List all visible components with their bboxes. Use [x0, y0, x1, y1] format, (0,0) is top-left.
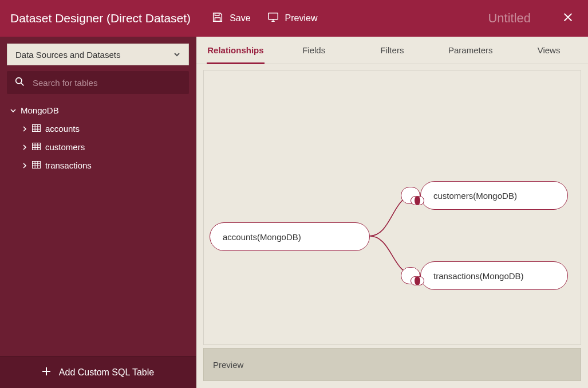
tree-table-transactions[interactable]: transactions: [22, 156, 196, 174]
node-accounts[interactable]: accounts(MongoDB): [210, 222, 370, 251]
preview-button[interactable]: Preview: [267, 11, 318, 26]
chevron-right-icon: [22, 142, 27, 152]
monitor-icon: [267, 11, 279, 26]
add-custom-sql-button[interactable]: Add Custom SQL Table: [0, 356, 196, 388]
node-label: transactions(MongoDB): [433, 271, 524, 281]
tab-label: Views: [538, 45, 561, 55]
svg-point-3: [16, 77, 22, 83]
app-title: Dataset Designer (Direct Dataset): [10, 11, 191, 25]
tab-views[interactable]: Views: [510, 37, 588, 64]
preview-panel-header[interactable]: Preview: [203, 348, 581, 381]
main-panel: Relationships Fields Filters Parameters …: [196, 37, 588, 388]
preview-panel-label: Preview: [213, 360, 243, 370]
search-input[interactable]: [33, 78, 181, 88]
search-input-wrapper[interactable]: [7, 71, 189, 94]
datasource-dropdown[interactable]: Data Sources and Datasets: [7, 44, 189, 65]
svg-rect-2: [268, 13, 278, 19]
tab-bar: Relationships Fields Filters Parameters …: [196, 37, 588, 64]
table-icon: [32, 124, 41, 134]
tab-label: Fields: [302, 45, 325, 55]
join-accounts-transactions[interactable]: [401, 267, 420, 284]
svg-rect-1: [215, 18, 220, 21]
table-icon: [32, 160, 41, 170]
search-icon: [15, 77, 25, 89]
join-accounts-customers[interactable]: [401, 187, 420, 204]
tree-table-label: transactions: [45, 160, 92, 170]
tab-relationships[interactable]: Relationships: [196, 37, 275, 64]
preview-label: Preview: [285, 13, 318, 23]
tab-filters[interactable]: Filters: [353, 37, 432, 64]
sidebar: Data Sources and Datasets MongoDB: [0, 37, 196, 388]
datasource-dropdown-label: Data Sources and Datasets: [15, 50, 120, 60]
chevron-right-icon: [22, 160, 27, 170]
node-label: accounts(MongoDB): [223, 232, 301, 242]
close-button[interactable]: [558, 9, 578, 28]
svg-rect-0: [215, 13, 219, 16]
tree-table-accounts[interactable]: accounts: [22, 119, 196, 138]
tree-table-customers[interactable]: customers: [22, 138, 196, 156]
tree-table-label: customers: [45, 142, 85, 152]
tree-source-label: MongoDB: [21, 105, 59, 115]
save-label: Save: [230, 13, 250, 23]
tab-label: Parameters: [448, 45, 493, 55]
chevron-down-icon: [173, 50, 180, 60]
relationship-canvas[interactable]: accounts(MongoDB) customers(MongoDB) tra…: [203, 70, 581, 345]
add-custom-sql-label: Add Custom SQL Table: [59, 367, 154, 378]
svg-rect-5: [33, 143, 41, 150]
save-button[interactable]: Save: [211, 11, 250, 26]
document-title: Untitled: [488, 11, 531, 26]
save-icon: [211, 11, 224, 26]
node-customers[interactable]: customers(MongoDB): [420, 181, 568, 210]
datasource-tree: MongoDB accounts customers: [0, 100, 196, 356]
node-label: customers(MongoDB): [433, 191, 517, 201]
table-icon: [32, 142, 41, 152]
plus-icon: [42, 367, 51, 378]
tab-fields[interactable]: Fields: [275, 37, 353, 64]
tab-label: Relationships: [207, 45, 263, 55]
tree-table-label: accounts: [45, 124, 80, 134]
svg-rect-6: [33, 161, 41, 168]
node-transactions[interactable]: transactions(MongoDB): [420, 261, 568, 290]
tab-parameters[interactable]: Parameters: [431, 37, 510, 64]
tree-source-mongodb[interactable]: MongoDB: [10, 101, 196, 119]
tab-label: Filters: [381, 45, 404, 55]
close-icon: [563, 12, 573, 25]
svg-rect-4: [33, 124, 41, 131]
app-header: Dataset Designer (Direct Dataset) Save P…: [0, 0, 588, 37]
chevron-down-icon: [10, 105, 16, 115]
chevron-right-icon: [22, 124, 27, 134]
